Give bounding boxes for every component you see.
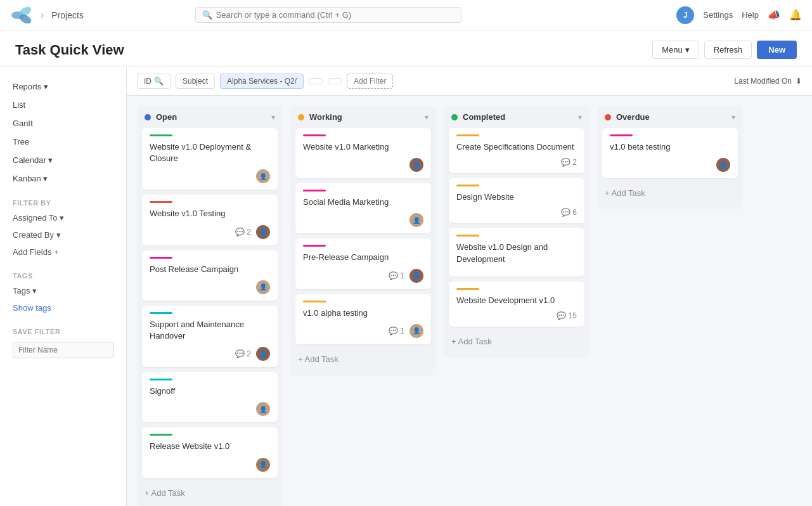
task-card[interactable]: Design Website 💬 6 — [449, 178, 584, 223]
col-header: Working ▾ — [295, 112, 431, 128]
priority-bar — [303, 245, 326, 247]
id-filter-label: ID — [144, 77, 151, 86]
sidebar-item-list[interactable]: List — [0, 96, 126, 114]
project-filter-value: Alpha Services - Q2/ — [227, 77, 297, 86]
sort-label: Last Modified On — [734, 77, 792, 86]
sidebar-item-tree[interactable]: Tree — [0, 133, 126, 151]
sidebar-item-kanban[interactable]: Kanban ▾ — [0, 169, 126, 188]
task-footer: 👤 — [610, 158, 730, 172]
task-name: Website v1.0 Testing — [150, 208, 270, 219]
new-button[interactable]: New — [757, 41, 797, 59]
search-icon: 🔍 — [202, 10, 212, 20]
menu-button[interactable]: Menu ▾ — [652, 41, 699, 59]
created-by-filter[interactable]: Created By ▾ — [0, 226, 126, 243]
task-avatar: 👤 — [256, 169, 270, 183]
filters-bar: ID 🔍 Subject Alpha Services - Q2/ Add Fi… — [127, 67, 812, 96]
task-card[interactable]: v1.0 beta testing 👤 — [602, 128, 738, 178]
tags-filter[interactable]: Tags ▾ — [0, 282, 126, 299]
task-name: Website Development v1.0 — [456, 295, 577, 306]
priority-bar — [303, 134, 326, 136]
sidebar-item-reports[interactable]: Reports ▾ — [0, 77, 126, 96]
task-card[interactable]: Website v1.0 Testing 💬 2 👤 — [142, 195, 278, 245]
settings-button[interactable]: Settings — [703, 10, 733, 20]
help-button[interactable]: Help — [742, 10, 759, 20]
refresh-button[interactable]: Refresh — [704, 41, 752, 59]
task-card[interactable]: Post Release Campaign 👤 — [142, 250, 278, 301]
task-name: Website v1.0 Deployment & Closure — [150, 141, 270, 164]
task-avatar: 👤 — [256, 347, 270, 361]
add-task-button[interactable]: + Add Task — [602, 183, 738, 203]
task-footer: 💬 2 👤 — [150, 347, 270, 361]
col-chevron-icon[interactable]: ▾ — [425, 113, 429, 122]
task-footer: 👤 — [150, 458, 270, 472]
subject-filter-label: Subject — [183, 77, 208, 86]
sidebar-item-gantt[interactable]: Gantt — [0, 114, 126, 133]
task-card[interactable]: Website v1.0 Marketing 👤 — [295, 128, 431, 178]
sidebar-item-calendar[interactable]: Calendar ▾ — [0, 151, 126, 169]
task-footer: 💬 2 👤 — [150, 225, 270, 239]
subject-filter[interactable]: Subject — [176, 74, 215, 89]
kanban-col-completed: Completed ▾ Create Specifications Docume… — [444, 106, 590, 358]
projects-nav[interactable]: Projects — [51, 10, 84, 20]
task-card[interactable]: Website Development v1.0 💬 15 — [449, 282, 584, 327]
task-avatar: 👤 — [256, 225, 270, 239]
task-avatar: 👤 — [256, 402, 270, 416]
task-card[interactable]: v1.0 alpha testing 💬 1 👤 — [295, 294, 431, 344]
tags-section: TAGS — [0, 266, 126, 282]
task-footer: 💬 1 👤 — [303, 324, 423, 338]
task-card[interactable]: Website v1.0 Design and Development — [449, 228, 584, 276]
search-input[interactable] — [216, 10, 454, 20]
comment-count: 💬 2 — [235, 228, 251, 237]
col-chevron-icon[interactable]: ▾ — [271, 113, 275, 122]
filter-4[interactable] — [328, 78, 342, 84]
add-task-button[interactable]: + Add Task — [295, 349, 431, 369]
task-name: Release Website v1.0 — [150, 441, 270, 452]
nav-right: J Settings Help 📣 🔔 — [676, 6, 802, 24]
kanban-col-overdue: Overdue ▾ v1.0 beta testing 👤 + Add Task — [597, 106, 743, 209]
main-content: ID 🔍 Subject Alpha Services - Q2/ Add Fi… — [127, 67, 812, 506]
task-card[interactable]: Social Media Marketing 👤 — [295, 183, 431, 233]
task-card[interactable]: Support and Maintenance Handover 💬 2 👤 — [142, 306, 278, 367]
project-filter[interactable]: Alpha Services - Q2/ — [220, 74, 304, 89]
col-title: Overdue — [616, 112, 650, 122]
col-chevron-icon[interactable]: ▾ — [578, 113, 582, 122]
col-header: Overdue ▾ — [602, 112, 738, 128]
show-tags-link[interactable]: Show tags — [0, 299, 126, 316]
assigned-to-filter[interactable]: Assigned To ▾ — [0, 209, 126, 226]
add-fields-button[interactable]: Add Fields + — [0, 243, 126, 261]
task-card[interactable]: Website v1.0 Deployment & Closure 👤 — [142, 128, 278, 190]
sort-control[interactable]: Last Modified On ⬇ — [734, 77, 802, 86]
task-name: v1.0 alpha testing — [303, 308, 423, 319]
priority-bar — [150, 134, 172, 136]
add-task-button[interactable]: + Add Task — [449, 332, 584, 351]
sort-icon: ⬇ — [796, 77, 802, 86]
task-card[interactable]: Signoff 👤 — [142, 372, 278, 422]
comment-count: 💬 2 — [235, 349, 251, 358]
search-bar[interactable]: 🔍 — [195, 7, 461, 23]
task-avatar: 👤 — [716, 158, 730, 172]
task-footer: 👤 — [150, 402, 270, 416]
priority-bar — [150, 312, 172, 314]
header-actions: Menu ▾ Refresh New — [652, 41, 797, 59]
col-chevron-icon[interactable]: ▾ — [731, 113, 735, 122]
task-card[interactable]: Pre-Release Campaign 💬 1 👤 — [295, 238, 431, 289]
filter-name-input[interactable] — [13, 342, 114, 358]
task-avatar: 👤 — [256, 280, 270, 294]
task-footer: 👤 — [150, 280, 270, 294]
col-dot — [145, 114, 151, 120]
priority-bar — [150, 257, 172, 259]
add-task-button[interactable]: + Add Task — [142, 483, 278, 503]
col-dot — [605, 114, 611, 120]
task-avatar: 👤 — [409, 213, 423, 227]
task-card[interactable]: Release Website v1.0 👤 — [142, 427, 278, 477]
comment-count: 💬 15 — [557, 311, 577, 320]
add-filter-button[interactable]: Add Filter — [347, 74, 393, 89]
save-filter-section: SAVE FILTER — [0, 321, 126, 338]
task-name: Support and Maintenance Handover — [150, 319, 270, 342]
filter-3[interactable] — [309, 78, 323, 84]
priority-bar — [456, 185, 479, 186]
col-title-group: Working — [298, 112, 342, 122]
task-footer: 👤 — [150, 169, 270, 183]
task-card[interactable]: Create Specifications Document 💬 2 — [449, 128, 584, 173]
id-filter[interactable]: ID 🔍 — [137, 74, 171, 89]
